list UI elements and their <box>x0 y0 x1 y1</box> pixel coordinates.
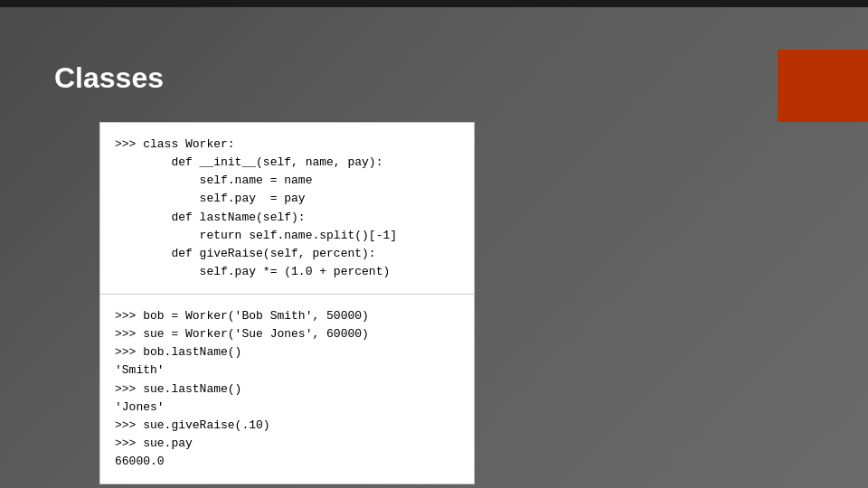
code-text-usage: >>> bob = Worker('Bob Smith', 50000) >>>… <box>115 307 459 471</box>
top-bar <box>0 0 868 7</box>
slide-title: Classes <box>54 61 164 95</box>
red-accent-decoration <box>778 50 868 122</box>
slide-container: Classes >>> class Worker: def __init__(s… <box>0 0 868 488</box>
code-block-usage: >>> bob = Worker('Bob Smith', 50000) >>>… <box>99 294 475 484</box>
code-text-class: >>> class Worker: def __init__(self, nam… <box>115 136 459 281</box>
code-block-class-definition: >>> class Worker: def __init__(self, nam… <box>99 122 475 295</box>
